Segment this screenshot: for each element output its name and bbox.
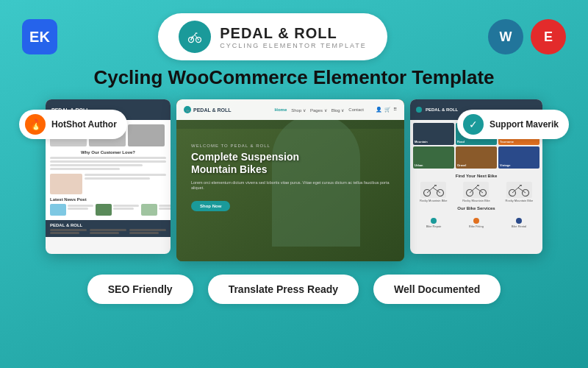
elementor-logo: E bbox=[531, 19, 566, 54]
center-nav-logo: PEDAL & ROLL bbox=[193, 107, 232, 113]
center-screenshot: 🚲 PEDAL & ROLL Home Shop ∨ Pages ∨ Blog … bbox=[176, 99, 404, 261]
welcome-text: WELCOME TO PEDAL & ROLL bbox=[191, 144, 390, 148]
hero-img-3 bbox=[128, 124, 165, 146]
center-nav-links: Home Shop ∨ Pages ∨ Blog ∨ Contact bbox=[275, 107, 364, 113]
brand-text: PEDAL & ROLL CYCLING ELEMENTOR TEMPLATE bbox=[220, 25, 367, 49]
wordpress-logo: W bbox=[488, 19, 523, 54]
brand-title: PEDAL & ROLL bbox=[220, 25, 367, 42]
center-hero-content: WELCOME TO PEDAL & ROLL Complete Suspens… bbox=[191, 144, 390, 211]
hero-desc: Lorem orci elementum dictum viverra sed … bbox=[191, 180, 390, 191]
left-ss-lines bbox=[50, 157, 166, 170]
support-icon: ✓ bbox=[463, 114, 484, 135]
center-nav: 🚲 PEDAL & ROLL Home Shop ∨ Pages ∨ Blog … bbox=[176, 99, 404, 120]
news-item-3 bbox=[141, 204, 171, 216]
documented-label: Well Documented bbox=[394, 283, 480, 295]
top-logos-row: EK PEDAL & ROLL CYCLING ELEMENTOR TEMPLA… bbox=[22, 13, 566, 60]
left-ss-news-title: Latest News Post bbox=[50, 197, 166, 202]
feature-badges-row: SEO Friendly Translate Press Ready Well … bbox=[22, 275, 566, 304]
page-container: EK PEDAL & ROLL CYCLING ELEMENTOR TEMPLA… bbox=[0, 0, 588, 368]
ek-logo: EK bbox=[22, 19, 57, 54]
right-logos-group: W E bbox=[488, 19, 566, 54]
bike-3: Rocky Mountain Bike bbox=[506, 182, 534, 202]
service-2: Bike Fitting bbox=[456, 214, 497, 232]
grid-item-5: Gravel bbox=[456, 146, 497, 169]
support-badge: ✓ Support Maverik bbox=[457, 110, 569, 139]
brand-subtitle: CYCLING ELEMENTOR TEMPLATE bbox=[220, 42, 367, 49]
news-item-1 bbox=[50, 204, 93, 216]
author-badge: 🔥 HotShot Author bbox=[19, 110, 127, 139]
author-badge-text: HotShot Author bbox=[51, 119, 117, 130]
brand-logo-center: PEDAL & ROLL CYCLING ELEMENTOR TEMPLATE bbox=[158, 13, 387, 60]
left-ss-title: Why Our Customer Love? bbox=[50, 150, 166, 155]
shop-now-button[interactable]: Shop Now bbox=[191, 201, 230, 211]
page-title: Cycling WooCommerce Elementor Template bbox=[93, 66, 494, 89]
hotshot-icon: 🔥 bbox=[25, 114, 46, 135]
screenshots-row: 🔥 HotShot Author PEDAL & ROLL Why Our Cu… bbox=[22, 99, 566, 261]
find-bike-title: Find Your Next Bike bbox=[410, 171, 542, 180]
support-badge-text: Support Maverik bbox=[490, 119, 559, 130]
bikes-row: Rocky Mountain Bike Rocky Mountain Bike bbox=[410, 180, 542, 205]
well-documented-badge: Well Documented bbox=[373, 275, 501, 304]
seo-friendly-badge: SEO Friendly bbox=[87, 275, 193, 304]
bike-1: Rocky Mountain Bike bbox=[420, 182, 448, 202]
seo-label: SEO Friendly bbox=[108, 283, 173, 295]
news-items bbox=[50, 204, 166, 216]
news-item-2 bbox=[96, 204, 139, 216]
translate-press-badge: Translate Press Ready bbox=[208, 275, 359, 304]
bike-2: Rocky Mountain Bike bbox=[462, 182, 490, 202]
services-title: Our Bike Services bbox=[410, 205, 542, 212]
brand-icon bbox=[179, 21, 211, 53]
service-3: Bike Rental bbox=[498, 214, 539, 232]
bike-svg-icon bbox=[187, 29, 202, 44]
grid-item-4: Urban bbox=[413, 146, 454, 169]
grid-item-6: Vintage bbox=[498, 146, 539, 169]
grid-item-1: Mountain bbox=[413, 123, 454, 145]
hero-title: Complete SuspensionMountain Bikes bbox=[191, 151, 390, 176]
translate-label: Translate Press Ready bbox=[229, 283, 338, 295]
service-1: Bike Repair bbox=[413, 214, 454, 232]
services-row: Bike Repair Bike Fitting Bike Rental bbox=[410, 212, 542, 234]
